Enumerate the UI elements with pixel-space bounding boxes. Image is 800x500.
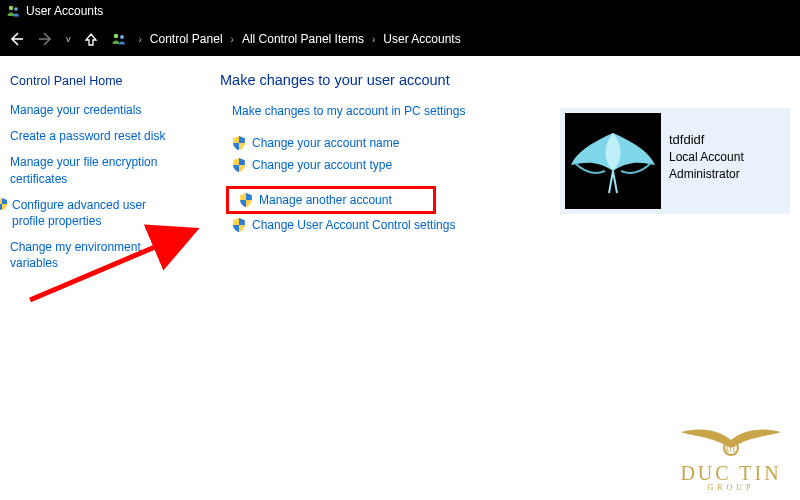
window-title: User Accounts bbox=[26, 4, 103, 18]
back-button[interactable] bbox=[6, 29, 26, 49]
account-info: tdfdidf Local Account Administrator bbox=[669, 113, 744, 209]
shield-icon bbox=[232, 158, 246, 172]
breadcrumb: › Control Panel › All Control Panel Item… bbox=[137, 32, 461, 46]
watermark-logo: ĐT DUC TIN GROUP bbox=[676, 426, 786, 492]
change-uac-settings-link[interactable]: Change User Account Control settings bbox=[220, 218, 790, 232]
account-type: Local Account bbox=[669, 149, 744, 166]
up-button[interactable] bbox=[81, 29, 101, 49]
shield-icon bbox=[0, 198, 8, 214]
svg-point-2 bbox=[113, 34, 118, 39]
svg-point-3 bbox=[120, 35, 124, 39]
svg-text:ĐT: ĐT bbox=[726, 445, 737, 454]
sidebar-advanced-profile[interactable]: Configure advanced user profile properti… bbox=[10, 197, 182, 229]
content-area: Control Panel Home Manage your credentia… bbox=[0, 56, 800, 282]
avatar bbox=[565, 113, 661, 209]
account-card: tdfdidf Local Account Administrator bbox=[560, 108, 790, 214]
page-heading: Make changes to your user account bbox=[220, 72, 790, 88]
forward-button[interactable] bbox=[36, 29, 56, 49]
breadcrumb-all-items[interactable]: All Control Panel Items bbox=[242, 32, 364, 46]
watermark-brand: DUC TIN bbox=[676, 462, 786, 485]
manage-another-account-link[interactable]: Manage another account bbox=[233, 193, 392, 207]
sidebar-password-reset-disk[interactable]: Create a password reset disk bbox=[10, 128, 182, 144]
sidebar-encryption-certs[interactable]: Manage your file encryption certificates bbox=[10, 154, 182, 186]
control-panel-home-link[interactable]: Control Panel Home bbox=[10, 74, 182, 88]
sidebar-manage-credentials[interactable]: Manage your credentials bbox=[10, 102, 182, 118]
breadcrumb-user-accounts[interactable]: User Accounts bbox=[383, 32, 460, 46]
account-username: tdfdidf bbox=[669, 131, 744, 149]
chevron-right-icon[interactable]: › bbox=[139, 34, 142, 45]
main-panel: Make changes to your user account Make c… bbox=[190, 68, 800, 282]
shield-icon bbox=[239, 193, 253, 207]
wing-icon: ĐT bbox=[676, 426, 786, 460]
recent-dropdown-icon[interactable]: v bbox=[66, 34, 71, 44]
breadcrumb-control-panel[interactable]: Control Panel bbox=[150, 32, 223, 46]
sidebar-env-variables[interactable]: Change my environment variables bbox=[10, 239, 182, 271]
account-role: Administrator bbox=[669, 166, 744, 183]
sidebar: Control Panel Home Manage your credentia… bbox=[0, 68, 190, 282]
user-accounts-icon bbox=[6, 4, 20, 18]
svg-point-0 bbox=[9, 6, 13, 10]
navigation-bar: v › Control Panel › All Control Panel It… bbox=[0, 22, 800, 56]
control-panel-icon bbox=[111, 31, 127, 47]
svg-point-1 bbox=[14, 7, 18, 11]
highlighted-region: Manage another account bbox=[226, 186, 436, 214]
shield-icon bbox=[232, 218, 246, 232]
shield-icon bbox=[232, 136, 246, 150]
chevron-right-icon[interactable]: › bbox=[231, 34, 234, 45]
window-titlebar: User Accounts bbox=[0, 0, 800, 22]
chevron-right-icon[interactable]: › bbox=[372, 34, 375, 45]
